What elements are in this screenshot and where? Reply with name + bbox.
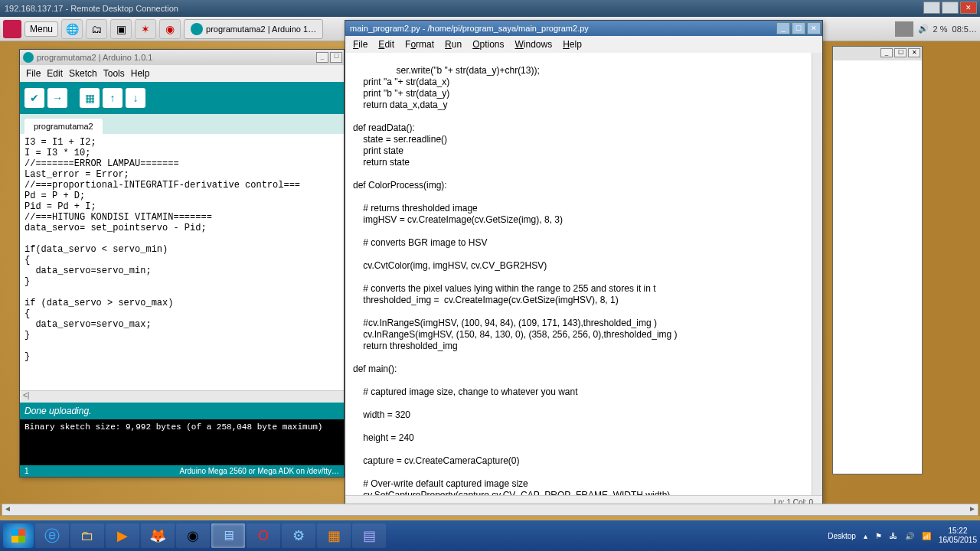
arduino-menu-sketch[interactable]: Sketch — [69, 68, 97, 79]
web-browser-icon[interactable]: 🌐 — [61, 19, 83, 39]
arduino-board-info: Arduino Mega 2560 or Mega ADK on /dev/tt… — [47, 467, 339, 475]
taskbar-arduino-window[interactable]: programutama2 | Arduino 1… — [184, 19, 323, 39]
arduino-tab[interactable]: programutama2 — [24, 119, 103, 134]
taskbar-app3-icon[interactable]: ▤ — [352, 523, 386, 548]
terminal-icon[interactable]: ▣ — [110, 19, 132, 39]
idle-close-button[interactable]: ✕ — [807, 22, 821, 34]
rpi-desktop: _ ☐ ✕ programutama2 | Arduino 1.0.1 _ ☐ … — [0, 41, 980, 516]
arduino-tabbar: programutama2 — [20, 114, 344, 134]
idle-menu-windows[interactable]: Windows — [515, 39, 553, 50]
taskbar-chrome-icon[interactable]: ◉ — [176, 523, 210, 548]
idle-menu-help[interactable]: Help — [563, 39, 582, 50]
arduino-menu-tools[interactable]: Tools — [103, 68, 125, 79]
rdc-minimize-button[interactable]: — — [923, 2, 940, 14]
windows-taskbar: ⓔ 🗀 ▶ 🦊 ◉ 🖥 O ⚙ ▦ ▤ Desktop ▴ ⚑ 🖧 🔊 📶 15… — [0, 520, 980, 551]
arduino-h-scrollbar[interactable]: <| — [20, 390, 344, 403]
arduino-line-number: 1 — [24, 467, 47, 475]
tray-flag-icon[interactable]: ⚑ — [875, 532, 882, 540]
taskbar-rdc-icon[interactable]: 🖥 — [211, 523, 245, 548]
tray-chevron-icon[interactable]: ▴ — [864, 532, 867, 540]
blank-min-button[interactable]: _ — [880, 48, 893, 57]
idle-menu-file[interactable]: File — [353, 39, 368, 50]
file-manager-icon[interactable]: 🗂 — [86, 19, 107, 39]
desktop-h-scrollbar[interactable] — [2, 504, 978, 516]
arduino-status: Done uploading. — [20, 403, 344, 419]
start-button[interactable] — [3, 523, 34, 548]
save-button[interactable]: ↓ — [126, 88, 145, 108]
arduino-console: Binary sketch size: 9,992 bytes (of a 25… — [20, 419, 344, 465]
arduino-window: programutama2 | Arduino 1.0.1 _ ☐ File E… — [19, 49, 345, 478]
tray-volume-icon[interactable]: 🔊 — [905, 532, 914, 540]
arduino-menu-file[interactable]: File — [26, 68, 41, 79]
idle-max-button[interactable]: ☐ — [792, 22, 805, 34]
arduino-titlebar[interactable]: programutama2 | Arduino 1.0.1 _ ☐ — [20, 50, 344, 65]
taskbar-explorer-icon[interactable]: 🗀 — [70, 523, 104, 548]
idle-window: main_program2.py - /home/pi/program_saya… — [345, 20, 823, 510]
rpi-clock: 08:5… — [952, 24, 977, 34]
upload-button[interactable]: → — [47, 88, 67, 108]
idle-menubar: File Edit Format Run Options Windows Hel… — [345, 36, 822, 53]
windows-clock[interactable]: 15:22 16/05/2015 — [939, 527, 977, 545]
taskbar-firefox-icon[interactable]: 🦊 — [141, 523, 175, 548]
mathematica-icon[interactable]: ✶ — [135, 19, 156, 39]
network-icon[interactable] — [895, 21, 913, 37]
idle-menu-run[interactable]: Run — [445, 39, 462, 50]
arduino-icon — [191, 23, 203, 35]
idle-menu-format[interactable]: Format — [405, 39, 434, 50]
rpi-menu-icon[interactable] — [3, 20, 21, 38]
arduino-toolbar: ✔ → ▦ ↑ ↓ — [20, 82, 344, 114]
taskbar-app1-icon[interactable]: ⚙ — [282, 523, 315, 548]
rdc-close-button[interactable]: ✕ — [960, 2, 977, 14]
arduino-min-button[interactable]: _ — [316, 52, 328, 63]
rdc-title-text: 192.168.137.17 - Remote Desktop Connecti… — [5, 4, 178, 13]
blank-max-button[interactable]: ☐ — [894, 48, 906, 57]
idle-code-editor[interactable]: ser.write("b "+ str(data_y)+chr(13)); pr… — [345, 53, 822, 495]
arduino-menu-edit[interactable]: Edit — [47, 68, 63, 79]
arduino-menubar: File Edit Sketch Tools Help — [20, 65, 344, 82]
blank-window: _ ☐ ✕ — [832, 46, 923, 474]
rpi-system-tray: 🔊 2 % 08:5… — [895, 21, 977, 37]
open-button[interactable]: ↑ — [103, 88, 122, 108]
taskbar-opera-icon[interactable]: O — [247, 523, 280, 548]
idle-min-button[interactable]: _ — [776, 22, 790, 34]
verify-button[interactable]: ✔ — [24, 88, 44, 108]
tray-signal-icon[interactable]: 📶 — [922, 532, 931, 540]
arduino-max-button[interactable]: ☐ — [330, 52, 342, 63]
arduino-footer: 1 Arduino Mega 2560 or Mega ADK on /dev/… — [20, 465, 344, 477]
windows-system-tray: Desktop ▴ ⚑ 🖧 🔊 📶 15:22 16/05/2015 — [828, 527, 977, 545]
arduino-menu-help[interactable]: Help — [131, 68, 150, 79]
idle-v-scrollbar[interactable] — [812, 53, 822, 495]
cpu-percent: 2 % — [933, 24, 948, 34]
rdc-titlebar: 192.168.137.17 - Remote Desktop Connecti… — [0, 0, 980, 17]
idle-titlebar[interactable]: main_program2.py - /home/pi/program_saya… — [345, 21, 822, 36]
desktop-toolbar-label[interactable]: Desktop — [828, 532, 856, 540]
idle-menu-options[interactable]: Options — [472, 39, 504, 50]
rpi-menu-button[interactable]: Menu — [24, 21, 58, 37]
tray-network-icon[interactable]: 🖧 — [890, 532, 897, 540]
wolfram-icon[interactable]: ◉ — [159, 19, 181, 39]
volume-icon[interactable]: 🔊 — [918, 24, 929, 34]
taskbar-wmp-icon[interactable]: ▶ — [106, 523, 139, 548]
arduino-code-editor[interactable]: I3 = I1 + I2; I = I3 * 10; //=======ERRO… — [20, 134, 344, 390]
rdc-maximize-button[interactable]: ☐ — [942, 2, 959, 14]
taskbar-app2-icon[interactable]: ▦ — [317, 523, 351, 548]
blank-close-button[interactable]: ✕ — [908, 48, 920, 57]
idle-menu-edit[interactable]: Edit — [378, 39, 394, 50]
arduino-app-icon — [23, 52, 34, 63]
new-button[interactable]: ▦ — [80, 88, 100, 108]
taskbar-ie-icon[interactable]: ⓔ — [35, 523, 69, 548]
